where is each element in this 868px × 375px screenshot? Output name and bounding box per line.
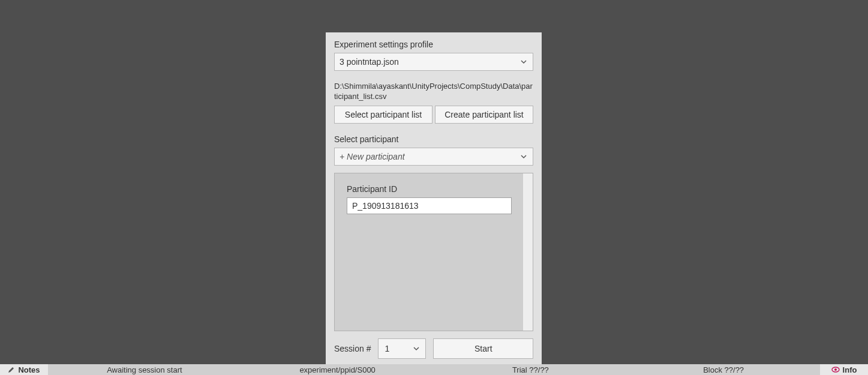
svg-point-1 [834,368,837,371]
status-experiment: experiment/ppid/S000 [241,365,434,374]
status-trial: Trial ??/?? [434,365,627,374]
notes-button[interactable]: Notes [0,364,48,375]
chevron-down-icon [412,344,421,353]
info-label: Info [843,365,857,374]
scrollbar[interactable] [522,173,533,331]
select-participant-list-button[interactable]: Select participant list [334,106,433,124]
select-participant-label: Select participant [334,134,533,144]
create-participant-list-button[interactable]: Create participant list [435,106,533,124]
start-button[interactable]: Start [433,338,533,359]
info-button[interactable]: Info [820,364,868,375]
participant-list-path: D:\Shimmila\ayaskant\UnityProjects\CompS… [334,82,533,102]
eye-icon [831,367,840,373]
participant-placeholder: + New participant [340,152,405,161]
status-block: Block ??/?? [627,365,820,374]
status-bar: Notes Awaiting session start experiment/… [0,364,868,375]
participant-details-panel: Participant ID P_190913181613 [334,173,533,331]
participant-id-value: P_190913181613 [352,201,419,211]
participant-id-label: Participant ID [347,184,521,194]
status-awaiting: Awaiting session start [48,365,241,374]
participant-select[interactable]: + New participant [334,148,533,166]
profile-label: Experiment settings profile [334,40,533,49]
session-number-value: 1 [385,344,389,353]
notes-label: Notes [18,365,40,374]
chevron-down-icon [519,58,528,66]
pencil-icon [8,366,15,373]
session-number-label: Session # [334,344,371,353]
profile-select[interactable]: 3 pointntap.json [334,53,533,71]
session-number-select[interactable]: 1 [378,338,426,359]
profile-selected-value: 3 pointntap.json [340,57,399,67]
experiment-settings-panel: Experiment settings profile 3 pointntap.… [326,32,542,367]
chevron-down-icon [519,152,528,161]
participant-id-input[interactable]: P_190913181613 [347,197,512,214]
